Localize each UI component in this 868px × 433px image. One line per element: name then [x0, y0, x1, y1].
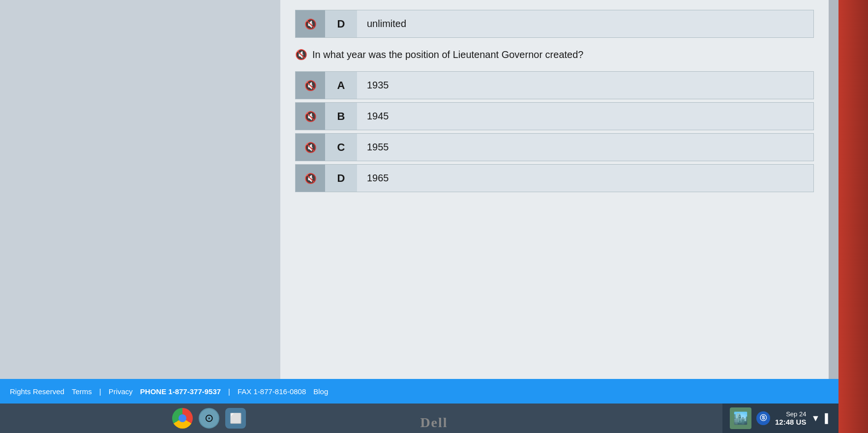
wifi-icon: ▼ [811, 413, 820, 424]
option-row-a[interactable]: 🔇 A 1935 [295, 71, 814, 99]
browser-icon-symbol: ⊙ [205, 412, 213, 425]
sound-button-d[interactable]: 🔇 [296, 165, 325, 192]
chrome-browser-icon[interactable] [172, 408, 193, 429]
question-sound-button[interactable]: 🔇 [295, 48, 307, 60]
app-icon-symbol: ⬜ [230, 412, 242, 424]
question-mute-icon: 🔇 [295, 49, 307, 60]
right-bezel [838, 0, 868, 433]
option-letter-b: B [325, 103, 357, 130]
battery-icon: ▌ [825, 413, 831, 424]
sound-button-d-top[interactable]: 🔇 [296, 10, 325, 37]
option-text-d-top: unlimited [357, 10, 813, 37]
sound-button-c[interactable]: 🔇 [296, 134, 325, 161]
dell-logo-text: Dell [420, 415, 448, 430]
mute-icon-b: 🔇 [304, 111, 317, 122]
sound-button-a[interactable]: 🔇 [296, 72, 325, 99]
option-letter-d: D [325, 165, 357, 192]
option-text-b: 1945 [357, 103, 813, 130]
option-row-d[interactable]: 🔇 D 1965 [295, 164, 814, 192]
taskbar-icons: ⊙ ⬜ [172, 408, 246, 429]
terms-link[interactable]: Terms [72, 387, 92, 396]
privacy-link[interactable]: Privacy [109, 387, 133, 396]
fax-text: FAX 1-877-816-0808 [238, 387, 306, 396]
tray-date-time: Sep 24 12:48 US [775, 410, 806, 426]
tray-avatar[interactable]: 🏙️ [730, 407, 751, 429]
option-text-c: 1955 [357, 134, 813, 161]
option-row-b[interactable]: 🔇 B 1945 [295, 102, 814, 130]
divider-1: | [99, 387, 101, 396]
option-row-c[interactable]: 🔇 C 1955 [295, 133, 814, 161]
avatar-icon: 🏙️ [733, 411, 748, 425]
option-letter-c: C [325, 134, 357, 161]
mute-icon-a: 🔇 [304, 80, 317, 91]
left-panel [0, 0, 280, 384]
system-tray: 🏙️ ⓢ Sep 24 12:48 US ▼ ▌ [722, 404, 838, 433]
blog-link[interactable]: Blog [313, 387, 328, 396]
dell-logo: Dell [420, 415, 448, 433]
tray-notification[interactable]: ⓢ [756, 411, 770, 425]
divider-2: | [228, 387, 230, 396]
option-letter-d-top: D [325, 10, 357, 37]
taskbar: ⊙ ⬜ [0, 404, 838, 433]
option-letter-a: A [325, 72, 357, 99]
mute-icon-c: 🔇 [304, 142, 317, 153]
rights-reserved-text: Rights Reserved [10, 387, 64, 396]
tray-date: Sep 24 [786, 410, 806, 418]
mute-icon: 🔇 [304, 18, 317, 30]
secondary-browser-icon[interactable]: ⊙ [199, 408, 219, 429]
option-text-a: 1935 [357, 72, 813, 99]
tray-time: 12:48 US [775, 418, 806, 426]
phone-text: PHONE 1-877-377-9537 [140, 387, 221, 396]
notification-icon: ⓢ [760, 414, 767, 423]
footer-bar: Rights Reserved Terms | Privacy PHONE 1-… [0, 379, 838, 404]
quiz-content: 🔇 D unlimited 🔇 In what year was the pos… [280, 0, 829, 384]
question-text: In what year was the position of Lieuten… [312, 48, 583, 61]
option-text-d: 1965 [357, 165, 813, 192]
question-row: 🔇 In what year was the position of Lieut… [295, 48, 814, 61]
sound-button-b[interactable]: 🔇 [296, 103, 325, 130]
taskbar-app-icon[interactable]: ⬜ [225, 408, 246, 429]
option-row-d-top: 🔇 D unlimited [295, 10, 814, 38]
mute-icon-d: 🔇 [304, 173, 317, 184]
